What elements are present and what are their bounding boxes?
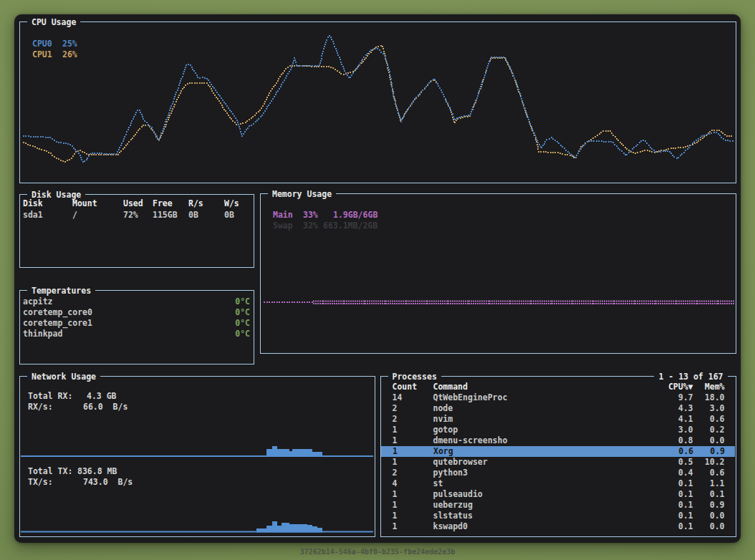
process-row-node[interactable]: 2node4.33.0 [381,403,736,414]
process-mem: 0.0 [696,511,725,521]
cpu-usage-panel: CPU Usage CPU025% CPU126% [19,21,736,183]
process-mem: 0.6 [696,414,725,425]
memory-swap-pct: 32% [303,221,323,231]
process-cpu: 0.1 [639,489,693,500]
process-command: QtWebEngineProc [433,392,508,403]
cpu0-legend: CPU025% [32,39,77,49]
process-cpu: 0.8 [639,435,693,446]
process-count: 14 [393,392,403,403]
header-cpu[interactable]: CPU%▼ [639,382,693,392]
process-mem: 0.2 [696,425,725,435]
process-cpu: 0.5 [639,457,693,468]
rx-total-value: 4.3 GB [87,391,117,401]
process-cpu: 0.6 [639,446,693,457]
network-tx-rate: TX/s:743.0 B/s [28,477,133,488]
process-cpu: 0.1 [639,478,693,489]
temperature-value: 0°C [235,296,250,307]
process-count: 1 [393,435,398,446]
process-row-st[interactable]: 4st0.11.1 [381,478,736,489]
tx-total-label: Total TX: [28,466,77,477]
process-count: 1 [393,511,398,521]
process-mem: 0.0 [696,521,725,532]
process-row-gotop[interactable]: 1gotop3.00.2 [381,425,736,435]
process-row-nvim[interactable]: 2nvim4.10.6 [381,414,736,425]
process-row-kswapd0[interactable]: 1kswapd00.10.0 [381,521,736,532]
network-rx-total: Total RX:4.3 GB [28,391,117,402]
process-command: Xorg [433,446,453,457]
process-command: node [433,403,453,414]
process-command: qutebrowser [433,457,488,468]
process-mem: 18.0 [696,392,725,403]
process-row-slstatus[interactable]: 1slstatus0.10.0 [381,511,736,521]
memory-swap-label: Swap [273,221,303,231]
process-command: slstatus [433,511,473,521]
process-command: pulseaudio [433,489,483,500]
process-command: gotop [433,425,458,435]
process-row-qutebrowser[interactable]: 1qutebrowser0.510.2 [381,457,736,468]
cpu1-label: CPU1 [32,49,62,60]
process-cpu: 0.4 [639,468,693,478]
disk-header-used: Used [123,198,143,209]
disk-cell: 72% [123,210,138,221]
processes-range-label: 1 - 13 of 167 [654,372,727,382]
memory-main-row: Main33%1.9GB/6GB [273,210,378,221]
process-row-selected-xorg[interactable]: 1Xorg0.60.9 [381,446,735,457]
processes-panel: Processes 1 - 13 of 167 Count Command CP… [380,376,736,537]
memory-main-value: 1.9GB/6GB [333,210,378,220]
tx-rate-label: TX/s: [28,477,83,488]
memory-swap-value: 663.1MB/2GB [323,221,378,231]
disk-cell: 115GB [153,210,178,221]
cpu1-legend: CPU126% [32,49,77,60]
header-count[interactable]: Count [393,382,418,392]
memory-panel-title: Memory Usage [268,189,336,200]
process-mem: 0.9 [696,500,725,511]
disk-cell: sda1 [23,210,43,221]
header-command[interactable]: Command [433,382,468,392]
header-mem[interactable]: Mem% [696,382,725,392]
process-count: 1 [393,457,398,468]
process-count: 2 [393,403,398,414]
disk-header-rs: R/s [188,198,203,209]
rx-rate-label: RX/s: [28,402,83,412]
process-command: nvim [433,414,453,425]
processes-panel-title: Processes [388,372,441,382]
temperature-value: 0°C [235,318,250,329]
desktop: CPU Usage CPU025% CPU126% Disk Usage Dis… [0,0,755,560]
process-row-qtwebengineproc[interactable]: 14QtWebEngineProc9.718.0 [381,392,736,403]
process-count: 4 [393,478,398,489]
status-bar-text: 37262b14-546a-4bf0-b235-fbe24ede2e3b [0,546,755,557]
cpu1-value: 26% [62,49,77,59]
network-usage-panel: Network Usage Total RX:4.3 GB RX/s:66.0 … [19,376,375,537]
process-command: kswapd0 [433,521,468,532]
process-cpu: 0.1 [639,521,693,532]
disk-header-mount: Mount [72,198,97,209]
network-rx-rate: RX/s:66.0 B/s [28,402,128,412]
process-mem: 3.0 [696,403,725,414]
cpu0-label: CPU0 [32,39,62,49]
process-count: 1 [393,500,398,511]
process-mem: 0.9 [696,446,725,457]
process-cpu: 4.1 [639,414,693,425]
temperature-label: coretemp_core0 [23,307,92,318]
disk-cell: 0B [188,210,198,221]
network-panel-title: Network Usage [27,372,100,382]
process-row-python3[interactable]: 2python30.40.6 [381,468,736,478]
memory-usage-panel: Memory Usage Main33%1.9GB/6GB Swap32%663… [260,193,736,354]
temperature-value: 0°C [235,307,250,318]
process-row-ueberzug[interactable]: 1ueberzug0.10.9 [381,500,736,511]
memory-main-pct: 33% [303,210,333,221]
process-row-pulseaudio[interactable]: 1pulseaudio0.10.1 [381,489,736,500]
process-command: python3 [433,468,468,478]
disk-header-ws: W/s [224,198,239,209]
process-count: 1 [393,521,398,532]
memory-main-label: Main [273,210,303,221]
process-command: st [433,478,443,489]
process-cpu: 0.1 [639,511,693,521]
cpu-panel-title: CPU Usage [27,17,80,28]
rx-rate-value: 66.0 B/s [83,402,128,412]
process-cpu: 9.7 [639,392,693,403]
disk-header-free: Free [153,198,173,209]
process-row-dmenu-screensho[interactable]: 1dmenu-screensho0.80.0 [381,435,736,446]
process-count: 1 [393,425,398,435]
process-cpu: 0.1 [639,500,693,511]
